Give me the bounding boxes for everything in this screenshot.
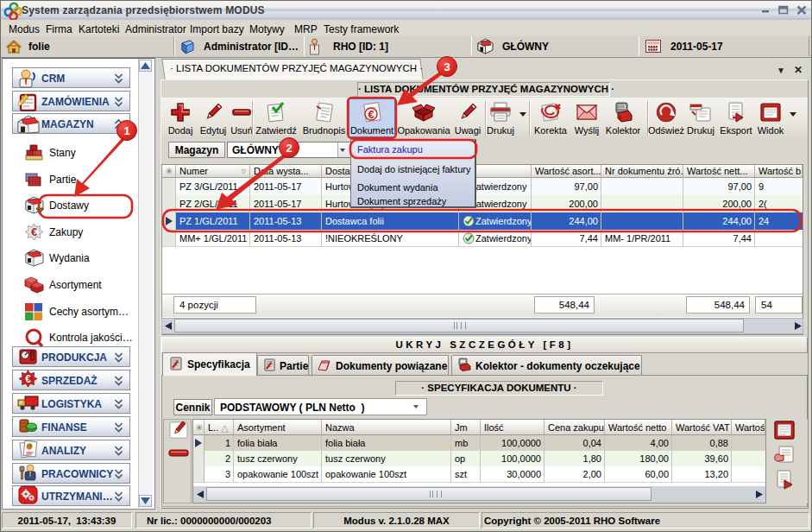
svg-text:3: 3	[444, 60, 450, 73]
svg-text:2: 2	[286, 142, 292, 155]
svg-text:1: 1	[123, 124, 129, 137]
